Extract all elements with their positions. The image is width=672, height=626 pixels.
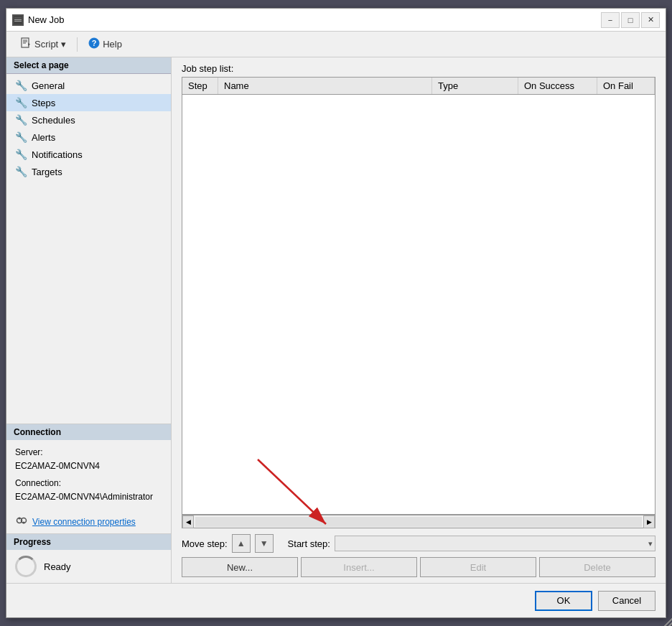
- sidebar-item-schedules[interactable]: 🔧 Schedules: [6, 111, 171, 129]
- sidebar-nav: 🔧 General 🔧 Steps 🔧 Schedules 🔧 Alerts 🔧: [6, 74, 171, 424]
- sidebar-item-general[interactable]: 🔧 General: [6, 77, 171, 94]
- col-type: Type: [432, 78, 518, 94]
- col-on-fail: On Fail: [597, 78, 655, 94]
- dialog-footer: OK Cancel: [6, 583, 666, 617]
- move-down-button[interactable]: ▼: [255, 534, 274, 553]
- script-dropdown-arrow: ▾: [61, 39, 66, 50]
- connection-section: Connection Server: EC2AMAZ-0MCNVN4 Conne…: [6, 424, 171, 533]
- sidebar-label-alerts: Alerts: [32, 132, 55, 143]
- help-icon: ?: [88, 37, 100, 51]
- wrench-icon-steps: 🔧: [15, 97, 27, 108]
- bottom-controls: Move step: ▲ ▼ Start step:: [172, 528, 666, 583]
- up-arrow-icon: ▲: [237, 538, 246, 548]
- help-button[interactable]: ? Help: [82, 34, 129, 54]
- start-step-select-wrapper: [335, 536, 655, 551]
- down-arrow-icon: ▼: [260, 538, 269, 548]
- sidebar-label-notifications: Notifications: [32, 149, 83, 160]
- start-step-group: Start step:: [288, 536, 655, 551]
- panel-label: Job step list:: [172, 57, 666, 77]
- main-content: Select a page 🔧 General 🔧 Steps 🔧 Schedu…: [6, 57, 666, 583]
- window-controls: − □ ✕: [601, 12, 660, 28]
- script-button[interactable]: Script ▾: [14, 34, 73, 54]
- svg-rect-1: [14, 17, 22, 19]
- main-panel-inner: Job step list: Step Name Type On Success…: [172, 57, 666, 583]
- view-connection-text: View connection properties: [32, 517, 136, 527]
- connection-label: Connection:: [15, 477, 162, 490]
- wrench-icon-alerts: 🔧: [15, 131, 27, 143]
- sidebar-label-general: General: [32, 80, 65, 91]
- wrench-icon-general: 🔧: [15, 80, 27, 91]
- col-step: Step: [182, 78, 218, 94]
- connection-details: Server: EC2AMAZ-0MCNVN4 Connection: EC2A…: [6, 440, 171, 510]
- move-up-button[interactable]: ▲: [232, 534, 251, 553]
- job-step-table: Step Name Type On Success On Fail: [182, 77, 655, 515]
- wrench-icon-targets: 🔧: [15, 166, 27, 177]
- sidebar-item-steps[interactable]: 🔧 Steps: [6, 94, 171, 111]
- connection-value: EC2AMAZ-0MCNVN4\Administrator: [15, 490, 162, 504]
- view-connection-link[interactable]: View connection properties: [6, 510, 171, 533]
- script-label: Script: [34, 39, 58, 50]
- sidebar-item-alerts[interactable]: 🔧 Alerts: [6, 129, 171, 146]
- scrollbar-track[interactable]: [195, 517, 642, 527]
- server-label: Server:: [15, 446, 162, 459]
- ok-button[interactable]: OK: [535, 591, 592, 611]
- connection-icon: [15, 514, 28, 529]
- wrench-icon-notifications: 🔧: [15, 149, 27, 160]
- window-title: New Job: [28, 14, 601, 25]
- main-window: New Job − □ ✕ Script ▾: [6, 8, 666, 618]
- move-step-label: Move step:: [182, 538, 228, 549]
- svg-point-14: [23, 522, 25, 524]
- svg-text:?: ?: [92, 39, 97, 47]
- edit-button[interactable]: Edit: [420, 557, 536, 577]
- script-icon: [20, 37, 32, 51]
- start-step-label: Start step:: [288, 538, 330, 549]
- progress-status: Ready: [44, 561, 71, 572]
- help-label: Help: [103, 39, 122, 50]
- cancel-button[interactable]: Cancel: [598, 591, 655, 611]
- delete-button[interactable]: Delete: [539, 557, 655, 577]
- col-name: Name: [218, 78, 432, 94]
- scroll-area: ◀ ▶: [182, 515, 655, 528]
- action-buttons-row: New... Insert... Edit Delete: [182, 557, 655, 577]
- new-button[interactable]: New...: [182, 557, 298, 577]
- scrollbar-horizontal[interactable]: ◀ ▶: [182, 515, 655, 528]
- minimize-button[interactable]: −: [601, 12, 620, 28]
- scroll-left-button[interactable]: ◀: [182, 515, 194, 528]
- toolbar: Script ▾ ? Help: [6, 32, 666, 57]
- toolbar-separator: [77, 37, 78, 52]
- progress-spinner: [15, 556, 37, 577]
- sidebar-label-schedules: Schedules: [32, 115, 75, 126]
- table-body[interactable]: [182, 95, 655, 514]
- main-panel: Job step list: Step Name Type On Success…: [172, 57, 666, 583]
- progress-header: Progress: [6, 534, 171, 550]
- title-bar: New Job − □ ✕: [6, 9, 666, 32]
- server-value: EC2AMAZ-0MCNVN4: [15, 459, 162, 473]
- insert-button[interactable]: Insert...: [301, 557, 417, 577]
- sidebar-label-targets: Targets: [32, 167, 62, 177]
- sidebar-item-targets[interactable]: 🔧 Targets: [6, 163, 171, 180]
- start-step-select[interactable]: [335, 536, 655, 551]
- wrench-icon-schedules: 🔧: [15, 114, 27, 126]
- window-icon: [12, 14, 24, 26]
- connection-header: Connection: [6, 424, 171, 440]
- svg-point-13: [19, 518, 21, 520]
- col-on-success: On Success: [518, 78, 597, 94]
- step-controls-row: Move step: ▲ ▼ Start step:: [182, 534, 655, 553]
- scroll-right-button[interactable]: ▶: [643, 515, 655, 528]
- close-button[interactable]: ✕: [641, 12, 660, 28]
- resize-grip[interactable]: [662, 616, 672, 626]
- maximize-button[interactable]: □: [621, 12, 640, 28]
- sidebar-label-steps: Steps: [32, 98, 55, 108]
- sidebar-section-header: Select a page: [6, 57, 171, 74]
- table-header: Step Name Type On Success On Fail: [182, 78, 655, 95]
- move-step-group: Move step: ▲ ▼: [182, 534, 274, 553]
- progress-section: Progress Ready: [6, 533, 171, 583]
- sidebar: Select a page 🔧 General 🔧 Steps 🔧 Schedu…: [6, 57, 172, 583]
- progress-content: Ready: [6, 550, 171, 583]
- sidebar-item-notifications[interactable]: 🔧 Notifications: [6, 146, 171, 163]
- svg-rect-3: [14, 21, 22, 22]
- svg-rect-2: [14, 19, 22, 20]
